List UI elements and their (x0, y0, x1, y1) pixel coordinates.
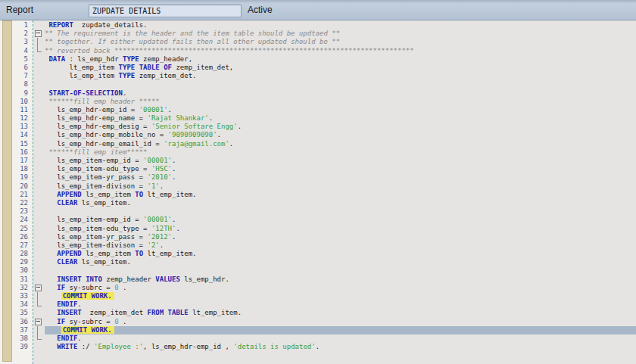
fold-guide (33, 173, 45, 182)
line-number: 23 (0, 207, 33, 216)
line-number: 3 (0, 38, 33, 46)
line-number: 32 (0, 284, 33, 292)
code-line[interactable]: 30 (0, 266, 636, 275)
code-line[interactable]: 8 (0, 80, 636, 89)
code-text: ls_emp_hdr-emp_mobile_no = '9090909090'. (45, 131, 636, 139)
report-label: Report (6, 0, 33, 20)
line-number: 34 (0, 300, 33, 309)
code-text: ls_emp_hdr-emp_id = '00001'. (45, 106, 636, 114)
code-text: ** together. If either updated fails the… (45, 38, 636, 46)
line-number: 9 (0, 89, 33, 98)
fold-guide (33, 98, 45, 106)
code-line[interactable]: 34 ENDIF. (0, 300, 636, 309)
line-number: 14 (0, 131, 33, 139)
code-line[interactable]: 15 ls_emp_hdr-emp_email_id = 'raja@gmail… (0, 140, 636, 148)
code-line[interactable]: 14 ls_emp_hdr-emp_mobile_no = '909090909… (0, 131, 636, 139)
line-number: 6 (0, 64, 33, 72)
code-line[interactable]: 38 ENDIF. (0, 334, 636, 343)
code-line-selected[interactable]: 37 COMMIT WORK. (0, 326, 636, 334)
line-number: 29 (0, 258, 33, 266)
code-text: ls_emp_hdr-emp_name = 'Rajat Shankar'. (45, 114, 636, 123)
code-line[interactable]: 31 INSERT INTO zemp_header VALUES ls_emp… (0, 275, 636, 284)
line-number: 8 (0, 80, 33, 89)
code-line[interactable]: 28 APPEND ls_emp_item TO lt_emp_item. (0, 250, 636, 258)
fold-guide (33, 207, 45, 216)
line-number: 38 (0, 334, 33, 343)
code-line[interactable]: 24 ls_emp_item-emp_id = '00001'. (0, 216, 636, 224)
line-number: 19 (0, 173, 33, 182)
code-line[interactable]: 6 lt_emp_item TYPE TABLE OF zemp_item_de… (0, 64, 636, 72)
code-line[interactable]: 20 ls_emp_item-divison = '1'. (0, 182, 636, 191)
line-number: 24 (0, 216, 33, 224)
fold-guide (33, 123, 45, 131)
fold-guide (33, 199, 45, 207)
fold-guide (33, 343, 45, 351)
line-number: 11 (0, 106, 33, 114)
line-number: 12 (0, 114, 33, 123)
line-number: 27 (0, 241, 33, 250)
code-text (45, 80, 636, 89)
line-number: 21 (0, 191, 33, 199)
code-line[interactable]: 7 ls_emp_item TYPE zemp_item_det. (0, 72, 636, 80)
fold-collapse-icon[interactable] (33, 284, 45, 292)
code-line[interactable]: 12 ls_emp_hdr-emp_name = 'Rajat Shankar'… (0, 114, 636, 123)
fold-guide (33, 309, 45, 317)
line-number: 30 (0, 266, 33, 275)
code-line[interactable]: 22 CLEAR ls_emp_item. (0, 199, 636, 207)
fold-guide (33, 275, 45, 284)
code-line[interactable]: 13 ls_emp_hdr-emp_desig = 'Senior Softar… (0, 123, 636, 131)
code-line[interactable]: 4** reverted back **********************… (0, 47, 636, 55)
code-line[interactable]: 19 ls_emp_item-yr_pass = '2010'. (0, 173, 636, 182)
line-number: 26 (0, 233, 33, 241)
code-text: INSERT zemp_item_det FROM TABLE lt_emp_i… (45, 309, 636, 317)
code-line[interactable]: 26 ls_emp_item-yr_pass = '2012'. (0, 233, 636, 241)
line-number: 16 (0, 148, 33, 157)
code-line[interactable]: 32 IF sy-subrc = 0 . (0, 284, 636, 292)
code-line[interactable]: 17 ls_emp_item-emp_id = '00001'. (0, 157, 636, 165)
code-line[interactable]: 10 ******fill emp header ***** (0, 98, 636, 106)
line-number: 37 (0, 326, 33, 334)
code-text: START-OF-SELECTION. (45, 89, 636, 98)
code-line[interactable]: 23 (0, 207, 636, 216)
line-number: 1 (0, 21, 33, 30)
code-line[interactable]: 18 ls_emp_item-edu_type = 'HSC'. (0, 165, 636, 173)
fold-guide (33, 250, 45, 258)
code-line[interactable]: 35 INSERT zemp_item_det FROM TABLE lt_em… (0, 309, 636, 317)
line-number: 35 (0, 309, 33, 317)
code-line[interactable]: 5 DATA : ls_emp_hdr TYPE zemp_header, (0, 55, 636, 64)
code-line[interactable]: 39 WRITE :/ 'Employee :', ls_emp_hdr-emp… (0, 343, 636, 351)
fold-guide (33, 64, 45, 72)
code-text: ls_emp_item-edu_type = '12TH'. (45, 225, 636, 233)
code-line[interactable]: 36 IF sy-subrc = 0 . (0, 318, 636, 326)
fold-guide (33, 233, 45, 241)
code-text: WRITE :/ 'Employee :', ls_emp_hdr-emp_id… (45, 343, 636, 351)
code-line[interactable]: 25 ls_emp_item-edu_type = '12TH'. (0, 225, 636, 233)
fold-guide (33, 140, 45, 148)
report-name-field[interactable] (89, 5, 242, 17)
fold-guide (33, 241, 45, 250)
code-line[interactable]: 16 ******fill emp item***** (0, 148, 636, 157)
code-line[interactable]: 21 APPEND ls_emp_item TO lt_emp_item. (0, 191, 636, 199)
code-line[interactable]: 2** The requirement is the header and th… (0, 30, 636, 38)
fold-collapse-icon[interactable] (33, 30, 45, 38)
code-line[interactable]: 1 REPORT zupdate_details. (0, 21, 636, 30)
code-text: DATA : ls_emp_hdr TYPE zemp_header, (45, 55, 636, 64)
code-text: ls_emp_item-emp_id = '00001'. (45, 216, 636, 224)
code-rows: 1 REPORT zupdate_details.2** The require… (0, 21, 636, 351)
code-text: ls_emp_item-yr_pass = '2010'. (45, 173, 636, 182)
code-text: ** reverted back ***********************… (45, 47, 636, 55)
code-text: ENDIF. (45, 334, 636, 343)
abap-editor-window: Report Active 1 REPORT zupdate_details.2… (0, 0, 636, 364)
fold-guide (33, 38, 45, 46)
line-number: 10 (0, 98, 33, 106)
code-editor[interactable]: 1 REPORT zupdate_details.2** The require… (0, 20, 636, 364)
code-line[interactable]: 11 ls_emp_hdr-emp_id = '00001'. (0, 106, 636, 114)
fold-collapse-icon[interactable] (33, 318, 45, 326)
code-line[interactable]: 27 ls_emp_item-divison = '2'. (0, 241, 636, 250)
code-line[interactable]: 33 COMMIT WORK. (0, 292, 636, 300)
code-line[interactable]: 3** together. If either updated fails th… (0, 38, 636, 46)
code-line[interactable]: 9 START-OF-SELECTION. (0, 89, 636, 98)
code-line[interactable]: 29 CLEAR ls_emp_item. (0, 258, 636, 266)
fold-guide (33, 47, 45, 55)
line-number: 15 (0, 140, 33, 148)
